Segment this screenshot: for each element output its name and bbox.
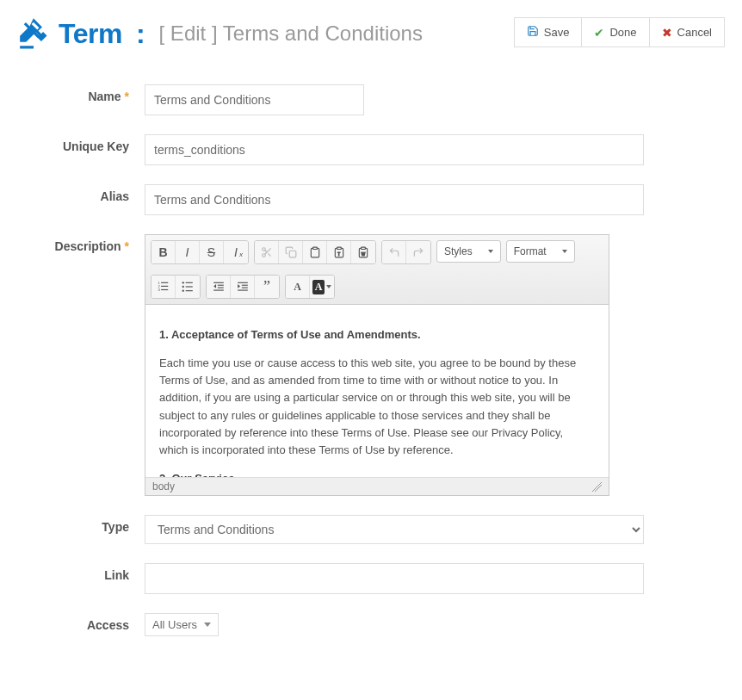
svg-rect-31: [238, 290, 248, 291]
svg-rect-9: [362, 247, 366, 249]
alias-input[interactable]: [145, 184, 644, 215]
chevron-down-icon: [204, 623, 211, 627]
content-heading-1: 1. Acceptance of Terms of Use and Amendm…: [159, 328, 421, 341]
page-title: Term: [59, 18, 122, 50]
bold-button[interactable]: B: [151, 241, 176, 263]
editor-toolbar: B I S Ix: [145, 235, 609, 305]
svg-rect-30: [241, 288, 247, 288]
content-paragraph-1: Each time you use or cause access to thi…: [159, 355, 595, 459]
paste-button[interactable]: [303, 241, 327, 263]
indent-button[interactable]: [231, 276, 255, 298]
label-unique-key: Unique Key: [17, 134, 138, 153]
label-type: Type: [17, 515, 138, 534]
svg-rect-29: [241, 285, 247, 286]
svg-rect-23: [213, 282, 224, 283]
bg-color-button[interactable]: A: [310, 276, 334, 298]
access-select[interactable]: All Users: [145, 613, 219, 636]
title-separator: :: [136, 18, 145, 50]
svg-rect-14: [161, 286, 168, 287]
save-button[interactable]: Save: [514, 17, 583, 47]
svg-rect-12: [161, 282, 168, 283]
rich-text-editor: B I S Ix: [145, 234, 609, 496]
label-description: Description*: [17, 234, 138, 253]
svg-text:3: 3: [158, 288, 160, 292]
svg-text:T: T: [337, 252, 340, 257]
svg-rect-7: [337, 247, 341, 249]
strike-button[interactable]: S: [200, 241, 224, 263]
paste-text-button[interactable]: T: [327, 241, 351, 263]
format-dropdown[interactable]: Format: [506, 240, 575, 263]
text-color-button[interactable]: A: [286, 276, 310, 298]
link-input[interactable]: [145, 563, 644, 594]
svg-rect-6: [312, 247, 317, 249]
svg-rect-28: [238, 282, 248, 283]
save-label: Save: [544, 26, 570, 39]
svg-marker-27: [213, 284, 216, 288]
resize-handle-icon[interactable]: [591, 481, 602, 492]
ol-button[interactable]: 123: [151, 276, 176, 298]
svg-text:W: W: [362, 252, 366, 257]
cancel-label: Cancel: [677, 26, 712, 39]
redo-button[interactable]: [406, 241, 430, 263]
blockquote-button[interactable]: ”: [255, 276, 279, 298]
svg-point-21: [182, 290, 184, 292]
svg-line-3: [268, 253, 270, 256]
svg-rect-18: [186, 282, 193, 283]
svg-rect-16: [161, 289, 168, 290]
svg-line-4: [264, 251, 266, 252]
ul-button[interactable]: [176, 276, 200, 298]
svg-rect-20: [186, 286, 193, 287]
label-access: Access: [17, 613, 138, 632]
unique-key-input[interactable]: [145, 134, 644, 165]
page-subtitle: [ Edit ] Terms and Conditions: [159, 22, 423, 46]
styles-dropdown[interactable]: Styles: [436, 240, 501, 263]
done-label: Done: [609, 26, 636, 39]
name-input[interactable]: [145, 84, 364, 115]
label-link: Link: [17, 563, 138, 582]
svg-point-19: [182, 286, 184, 288]
svg-point-17: [182, 282, 184, 283]
undo-button[interactable]: [382, 241, 406, 263]
remove-format-button[interactable]: Ix: [224, 241, 248, 263]
page-title-block: Term : [ Edit ] Terms and Conditions: [17, 17, 423, 50]
label-alias: Alias: [17, 184, 138, 203]
cancel-button[interactable]: ✖ Cancel: [649, 17, 725, 47]
label-name: Name*: [17, 84, 138, 103]
done-button[interactable]: ✔ Done: [581, 17, 649, 47]
paste-word-button[interactable]: W: [351, 241, 375, 263]
outdent-button[interactable]: [207, 276, 231, 298]
type-select[interactable]: Terms and Conditions: [145, 515, 644, 544]
editor-element-path[interactable]: body: [152, 480, 175, 492]
content-heading-2: 2. Our Service.: [159, 472, 238, 477]
cancel-icon: ✖: [662, 26, 672, 40]
check-icon: ✔: [594, 26, 604, 40]
svg-marker-32: [238, 284, 240, 288]
svg-rect-26: [213, 290, 224, 291]
gavel-icon: [17, 17, 50, 50]
svg-rect-25: [217, 288, 223, 288]
svg-rect-24: [217, 285, 223, 286]
save-icon: [527, 25, 539, 40]
editor-path-bar: body: [145, 477, 609, 495]
svg-rect-22: [186, 290, 193, 291]
italic-button[interactable]: I: [176, 241, 200, 263]
cut-button[interactable]: [255, 241, 279, 263]
editor-content-area[interactable]: 1. Acceptance of Terms of Use and Amendm…: [145, 305, 609, 477]
copy-button[interactable]: [279, 241, 303, 263]
svg-rect-5: [289, 251, 296, 257]
action-toolbar: Save ✔ Done ✖ Cancel: [514, 17, 725, 47]
